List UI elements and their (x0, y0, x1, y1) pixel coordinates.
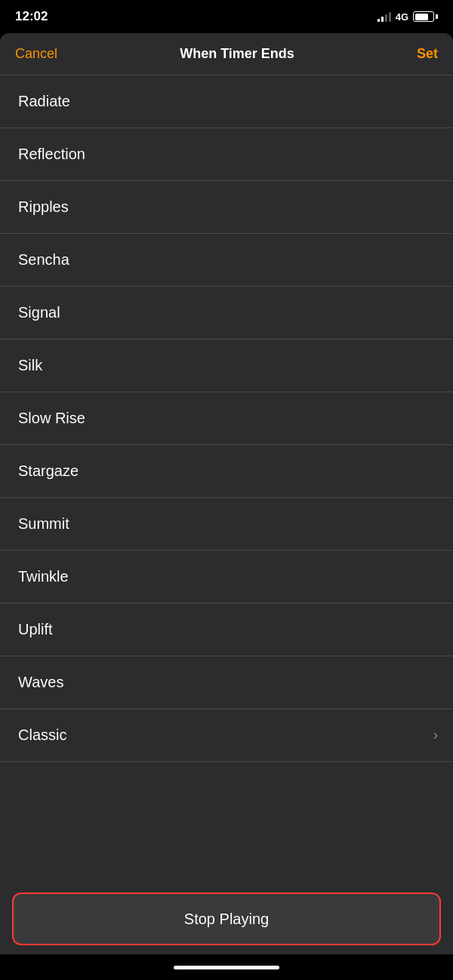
list-item-summit[interactable]: Summit (0, 498, 453, 551)
main-container: Cancel When Timer Ends Set RadiateReflec… (0, 33, 453, 980)
signal-icon (378, 11, 391, 22)
list-item-waves[interactable]: Waves (0, 656, 453, 709)
list-item-classic[interactable]: Classic› (0, 709, 453, 762)
cancel-button[interactable]: Cancel (15, 46, 57, 62)
status-icons: 4G (378, 11, 438, 23)
chevron-right-icon: › (433, 727, 438, 743)
set-button[interactable]: Set (417, 46, 438, 62)
list-item-label-uplift: Uplift (18, 621, 53, 638)
status-time: 12:02 (15, 9, 48, 24)
stop-playing-container: Stop Playing (0, 883, 453, 954)
list-container: RadiateReflectionRipplesSenchaSignalSilk… (0, 75, 453, 883)
list-item-label-ripples: Ripples (18, 198, 69, 216)
list-item-label-waves: Waves (18, 674, 63, 691)
page-title: When Timer Ends (180, 46, 294, 62)
stop-playing-label: Stop Playing (184, 911, 269, 928)
battery-icon (413, 11, 438, 22)
home-bar (174, 966, 279, 969)
list-item-twinkle[interactable]: Twinkle (0, 551, 453, 604)
list-item-silk[interactable]: Silk (0, 339, 453, 392)
network-label: 4G (396, 11, 408, 23)
list-item-radiate[interactable]: Radiate (0, 75, 453, 128)
list-item-label-sencha: Sencha (18, 251, 69, 269)
list-scroll[interactable]: RadiateReflectionRipplesSenchaSignalSilk… (0, 75, 453, 883)
list-item-label-slow-rise: Slow Rise (18, 410, 85, 427)
list-item-label-signal: Signal (18, 304, 60, 321)
list-item-ripples[interactable]: Ripples (0, 181, 453, 234)
list-item-label-stargaze: Stargaze (18, 462, 79, 480)
list-item-label-summit: Summit (18, 515, 69, 533)
list-item-label-reflection: Reflection (18, 146, 85, 163)
list-item-label-classic: Classic (18, 727, 66, 744)
list-item-reflection[interactable]: Reflection (0, 128, 453, 181)
list-item-sencha[interactable]: Sencha (0, 234, 453, 287)
status-bar: 12:02 4G (0, 0, 453, 33)
list-item-signal[interactable]: Signal (0, 287, 453, 339)
header: Cancel When Timer Ends Set (0, 33, 453, 75)
list-item-label-silk: Silk (18, 357, 42, 374)
list-item-slow-rise[interactable]: Slow Rise (0, 392, 453, 445)
list-item-label-radiate: Radiate (18, 93, 70, 110)
list-item-uplift[interactable]: Uplift (0, 604, 453, 656)
list-item-stargaze[interactable]: Stargaze (0, 445, 453, 498)
stop-playing-button[interactable]: Stop Playing (12, 892, 441, 945)
home-indicator (0, 954, 453, 980)
list-item-label-twinkle: Twinkle (18, 568, 69, 585)
